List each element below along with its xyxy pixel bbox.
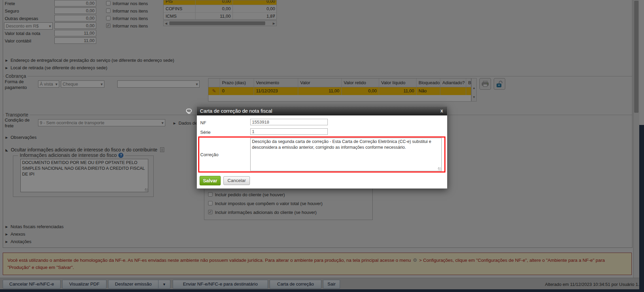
close-icon[interactable]: x: [440, 108, 443, 113]
nf-input[interactable]: [250, 119, 328, 125]
serie-label: Série: [200, 130, 210, 135]
serie-input[interactable]: [250, 128, 328, 135]
correcao-label: Correção: [200, 152, 218, 157]
modal-title: Carta de correção de nota fiscal: [200, 108, 272, 114]
resize-grip-icon[interactable]: [438, 167, 441, 170]
cancelar-button[interactable]: Cancelar: [223, 176, 250, 185]
correcao-textarea[interactable]: Descrição da segunda carta de correção -…: [250, 138, 442, 171]
salvar-button[interactable]: Salvar: [200, 176, 221, 185]
modal-titlebar[interactable]: Carta de correção de nota fiscal x: [197, 107, 447, 115]
comment-icon[interactable]: [186, 109, 192, 113]
nfe-edit-screen: Frete Seguro Outras despesas Desconto em…: [0, 0, 644, 292]
nf-label: NF: [200, 120, 206, 125]
carta-correcao-modal: Carta de correção de nota fiscal x NF Sé…: [197, 106, 447, 189]
